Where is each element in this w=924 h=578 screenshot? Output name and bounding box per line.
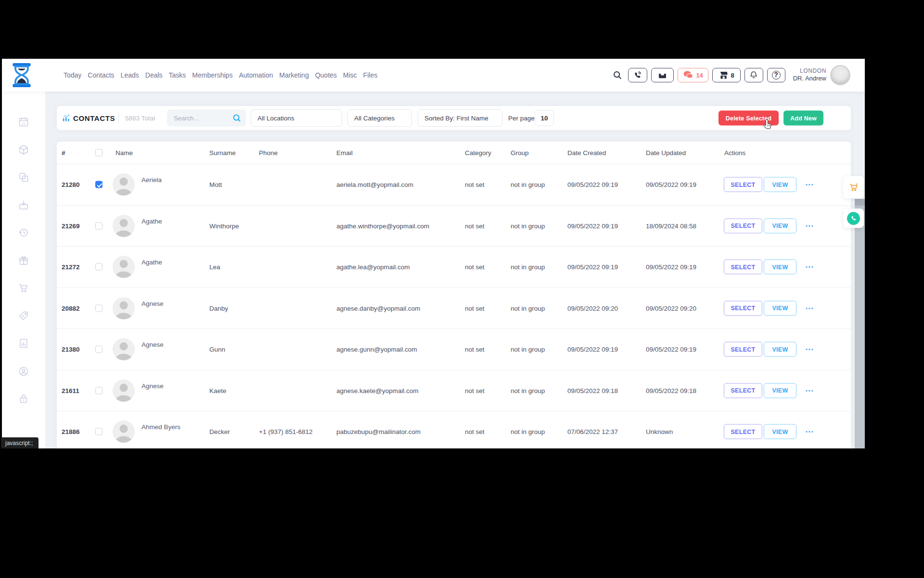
- user-name: DR. Andrew: [793, 75, 826, 82]
- chat-count-badge: 14: [696, 72, 703, 79]
- search-submit-icon[interactable]: [232, 113, 242, 123]
- row-checkbox[interactable]: [95, 222, 103, 229]
- contact-group: not in group: [511, 222, 545, 229]
- user-block[interactable]: LONDON DR. Andrew: [793, 67, 826, 82]
- nav-item-memberships[interactable]: Memberships: [192, 71, 232, 79]
- inbox-button[interactable]: [651, 68, 674, 82]
- nav-item-leads[interactable]: Leads: [121, 71, 139, 79]
- select-button[interactable]: SELECT: [724, 301, 762, 315]
- contact-date-created: 09/05/2022 09:19: [567, 181, 618, 188]
- view-button[interactable]: VIEW: [764, 218, 796, 233]
- table-row: 21269 Agathe Winthorpe agathe.winthorpe@…: [57, 205, 851, 247]
- select-button[interactable]: SELECT: [724, 424, 762, 439]
- row-checkbox[interactable]: [95, 428, 103, 435]
- whatsapp-icon: [847, 212, 860, 225]
- sort-filter[interactable]: Sorted By: First Name: [418, 109, 502, 127]
- contact-date-created: 09/05/2022 09:19: [567, 263, 618, 271]
- notifications-button[interactable]: [744, 68, 763, 82]
- contact-phone: +1 (937) 851-6812: [259, 428, 312, 435]
- contact-date-updated: 09/05/2022 09:19: [646, 263, 696, 271]
- phone-button[interactable]: [628, 68, 647, 82]
- row-more-icon[interactable]: •••: [806, 429, 814, 434]
- sidebar-item-pricing[interactable]: $: [18, 310, 29, 322]
- row-more-icon[interactable]: •••: [806, 305, 814, 311]
- nav-item-contacts[interactable]: Contacts: [88, 71, 114, 79]
- row-checkbox[interactable]: [95, 181, 103, 188]
- view-button[interactable]: VIEW: [764, 260, 796, 275]
- contact-date-created: 09/05/2022 09:18: [567, 387, 618, 394]
- hourglass-logo[interactable]: [11, 63, 33, 87]
- nav-item-marketing[interactable]: Marketing: [279, 71, 308, 79]
- archive-download-icon: [18, 199, 29, 211]
- sidebar-item-archive[interactable]: [18, 199, 29, 211]
- sidebar-item-orders[interactable]: [18, 282, 29, 294]
- add-new-button[interactable]: Add New: [783, 111, 823, 126]
- vertical-scrollbar[interactable]: [855, 199, 865, 448]
- view-button[interactable]: VIEW: [764, 342, 796, 357]
- nav-item-deals[interactable]: Deals: [145, 71, 163, 79]
- row-more-icon[interactable]: •••: [806, 346, 814, 352]
- row-checkbox[interactable]: [95, 387, 103, 394]
- search-box: [167, 109, 246, 127]
- sidebar-item-gifts[interactable]: [18, 255, 29, 266]
- mouse-cursor: [762, 118, 774, 131]
- store-button[interactable]: 8: [712, 68, 741, 82]
- locations-filter[interactable]: All Locations: [251, 109, 342, 127]
- nav-item-tasks[interactable]: Tasks: [169, 71, 186, 79]
- avatar: [113, 173, 135, 196]
- view-button[interactable]: VIEW: [764, 301, 796, 315]
- sidebar-item-security[interactable]: [18, 393, 29, 405]
- contact-date-updated: 18/09/2024 08:58: [646, 222, 696, 229]
- select-button[interactable]: SELECT: [724, 218, 762, 233]
- nav-item-misc[interactable]: Misc: [343, 71, 357, 79]
- contact-surname: Decker: [209, 428, 230, 435]
- avatar: [113, 256, 135, 278]
- divider: [118, 113, 119, 123]
- nav-item-automation[interactable]: Automation: [239, 71, 273, 79]
- sidebar-item-calendar[interactable]: 12: [18, 116, 29, 128]
- cart-widget-button[interactable]: [843, 176, 864, 198]
- contact-surname: Danby: [209, 304, 228, 312]
- contact-email: aeriela.mott@yopmail.com: [336, 181, 413, 188]
- question-icon: ?: [772, 71, 781, 79]
- categories-filter[interactable]: All Categories: [347, 109, 412, 127]
- chat-button[interactable]: 14: [678, 68, 708, 82]
- select-button[interactable]: SELECT: [724, 260, 762, 275]
- contact-date-created: 09/05/2022 09:19: [567, 346, 618, 353]
- view-button[interactable]: VIEW: [764, 424, 796, 439]
- view-button[interactable]: VIEW: [764, 383, 796, 398]
- contact-category: not set: [465, 428, 485, 435]
- user-avatar[interactable]: [830, 65, 850, 85]
- contact-group: not in group: [511, 263, 545, 271]
- row-more-icon[interactable]: •••: [806, 223, 814, 229]
- header-date-updated: Date Updated: [646, 149, 686, 157]
- select-all-checkbox[interactable]: [95, 149, 103, 157]
- per-page-input[interactable]: [535, 110, 554, 126]
- select-button[interactable]: SELECT: [724, 177, 762, 192]
- copy-icon: [18, 171, 29, 183]
- sidebar-item-history[interactable]: [18, 227, 29, 238]
- sidebar-item-reports[interactable]: [18, 338, 29, 349]
- nav-item-today[interactable]: Today: [64, 71, 81, 79]
- nav-item-quotes[interactable]: Quotes: [315, 71, 337, 79]
- whatsapp-widget-button[interactable]: [843, 209, 864, 228]
- row-checkbox[interactable]: [95, 304, 103, 312]
- sidebar-item-packages[interactable]: [18, 144, 29, 156]
- view-button[interactable]: VIEW: [764, 177, 796, 192]
- row-more-icon[interactable]: •••: [806, 388, 814, 394]
- help-button[interactable]: ?: [767, 68, 785, 82]
- sidebar-item-copy[interactable]: [18, 171, 29, 183]
- row-more-icon[interactable]: •••: [806, 264, 814, 270]
- header-group: Group: [511, 149, 529, 157]
- nav-item-files[interactable]: Files: [363, 71, 378, 79]
- search-icon[interactable]: [612, 69, 623, 81]
- contact-surname: Lea: [209, 263, 220, 271]
- select-button[interactable]: SELECT: [724, 342, 762, 357]
- contact-id: 21280: [62, 181, 80, 188]
- contact-group: not in group: [511, 304, 545, 312]
- select-button[interactable]: SELECT: [724, 383, 762, 398]
- row-checkbox[interactable]: [95, 263, 103, 271]
- row-checkbox[interactable]: [95, 346, 103, 353]
- sidebar-item-account[interactable]: [18, 366, 29, 377]
- row-more-icon[interactable]: •••: [806, 182, 814, 187]
